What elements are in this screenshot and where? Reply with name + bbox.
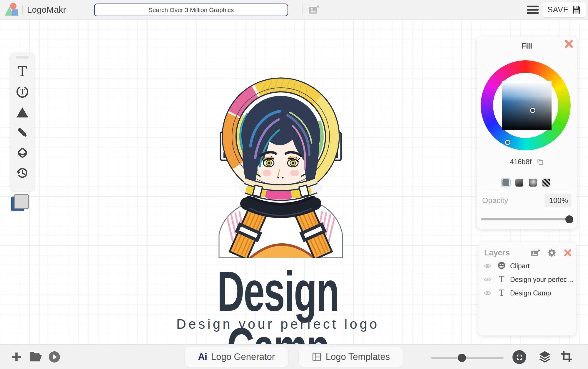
tools-sidebar: T T	[11, 53, 34, 191]
crop-icon[interactable]	[560, 350, 573, 363]
triangle-shape-icon	[16, 106, 29, 118]
save-label: SAVE	[547, 5, 569, 14]
play-icon[interactable]	[48, 351, 61, 363]
floppy-save-icon	[572, 5, 581, 14]
radial-gradient-swatch[interactable]	[529, 179, 537, 187]
layer-row-clipart[interactable]: Clipart	[478, 259, 576, 273]
layers-panel-close-icon[interactable]	[564, 249, 572, 257]
logo-generator-button[interactable]: Ai Logo Generator	[185, 347, 288, 367]
image-add-icon[interactable]	[531, 249, 540, 257]
top-toolbar: LogoMakr SAVE	[0, 0, 588, 19]
clipart-smiley-icon	[497, 261, 506, 270]
fill-panel: Fill 416b8f Opacity 100%	[477, 36, 577, 229]
text-tool-button[interactable]: T	[15, 64, 30, 79]
saturation-picker-dot[interactable]	[530, 108, 535, 113]
ai-icon: Ai	[198, 351, 207, 363]
add-icon[interactable]	[11, 351, 22, 363]
bottom-toolbar: Ai Logo Generator Logo Templates	[0, 344, 588, 369]
visibility-eye-icon[interactable]	[484, 290, 491, 296]
fit-screen-button[interactable]	[512, 350, 526, 364]
linear-gradient-swatch[interactable]	[515, 179, 523, 187]
draw-tool-button[interactable]	[15, 125, 30, 140]
fill-tool-button[interactable]	[15, 145, 30, 160]
fill-panel-divider	[481, 191, 573, 191]
search-input[interactable]	[94, 4, 288, 16]
header-divider-2	[303, 5, 303, 14]
foreground-color-swatch[interactable]	[14, 194, 29, 209]
logomakr-app: Design Camp Design your perfect logo Log…	[0, 0, 588, 369]
visibility-eye-icon[interactable]	[484, 277, 491, 282]
logo-templates-button[interactable]: Logo Templates	[299, 347, 403, 367]
zoom-slider-knob[interactable]	[458, 354, 466, 362]
opacity-label: Opacity	[482, 196, 508, 205]
text-layer-icon: T	[499, 288, 505, 298]
history-tool-button[interactable]	[15, 165, 30, 181]
fill-type-swatches	[502, 179, 550, 187]
logo-templates-label: Logo Templates	[326, 352, 390, 362]
layers-stack-icon[interactable]	[538, 350, 552, 363]
layers-panel-title: Layers	[484, 248, 510, 257]
gear-icon[interactable]	[547, 248, 556, 257]
opacity-value-field[interactable]: 100%	[544, 194, 572, 207]
current-color-indicator[interactable]	[11, 194, 29, 214]
history-icon	[16, 167, 29, 179]
clipart-astronaut-girl[interactable]	[206, 69, 356, 258]
copy-icon[interactable]	[536, 158, 544, 166]
templates-icon	[312, 352, 322, 362]
app-title: LogoMakr	[27, 5, 66, 15]
curved-text-icon: T	[16, 85, 29, 99]
layer-label: Clipart	[510, 262, 529, 270]
text-tool-icon: T	[18, 65, 27, 78]
pencil-icon	[16, 126, 29, 139]
canvas-text-tagline[interactable]: Design your perfect logo	[132, 316, 423, 332]
layer-label: Design your perfec…	[510, 276, 574, 284]
logomakr-logo-icon[interactable]	[4, 3, 19, 17]
paint-bucket-icon	[16, 146, 29, 159]
opacity-slider-knob[interactable]	[565, 215, 573, 223]
image-add-icon[interactable]	[309, 5, 319, 14]
layer-label: Design Camp	[510, 289, 551, 297]
fit-screen-icon	[516, 353, 523, 361]
layer-row-tagline-text[interactable]: T Design your perfec…	[478, 273, 576, 286]
hex-color-value[interactable]: 416b8f	[510, 158, 531, 166]
layers-panel: Layers	[478, 242, 576, 335]
saturation-value-square[interactable]	[502, 81, 552, 130]
layer-row-title-text[interactable]: T Design Camp	[478, 286, 576, 300]
svg-text:T: T	[20, 87, 25, 96]
hamburger-menu-icon[interactable]	[527, 6, 539, 14]
save-button[interactable]: SAVE	[542, 2, 586, 17]
drag-handle[interactable]	[16, 56, 29, 59]
pattern-fill-swatch[interactable]	[542, 179, 550, 187]
shapes-tool-button[interactable]	[15, 104, 30, 120]
open-folder-icon[interactable]	[29, 351, 42, 363]
header-divider	[22, 5, 23, 15]
visibility-eye-icon[interactable]	[484, 263, 491, 269]
curved-text-tool-button[interactable]: T	[15, 84, 30, 99]
logo-generator-label: Logo Generator	[211, 352, 275, 362]
text-layer-icon: T	[499, 275, 505, 284]
zoom-slider[interactable]	[431, 357, 504, 359]
fill-panel-title: Fill	[477, 42, 577, 50]
solid-fill-swatch[interactable]	[502, 179, 510, 187]
opacity-slider[interactable]	[481, 218, 573, 220]
hue-picker-dot[interactable]	[505, 140, 510, 145]
